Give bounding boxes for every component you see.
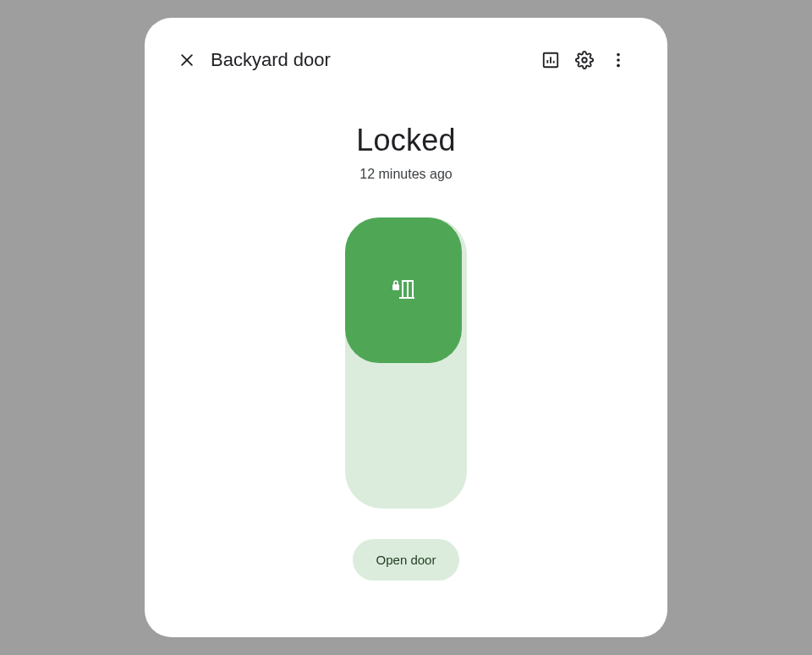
svg-point-6 [582, 58, 587, 63]
header: Backyard door [177, 47, 635, 74]
page-title: Backyard door [211, 49, 331, 71]
close-button[interactable] [177, 50, 197, 70]
svg-point-7 [617, 53, 620, 57]
close-icon [178, 52, 195, 69]
open-door-button[interactable]: Open door [353, 539, 460, 581]
bar-chart-icon [541, 51, 560, 69]
settings-button[interactable] [568, 43, 601, 77]
more-button[interactable] [601, 43, 635, 77]
gear-icon [575, 51, 594, 69]
lock-slider-thumb[interactable] [345, 217, 462, 363]
device-card: Backyard door Locked 12 min [145, 18, 667, 637]
svg-point-9 [617, 64, 620, 68]
svg-point-8 [617, 58, 620, 62]
more-vert-icon [609, 51, 628, 69]
lock-slider[interactable] [345, 217, 467, 509]
locked-door-icon [391, 279, 416, 301]
content: Locked 12 minutes ago Open door [177, 74, 635, 612]
status-state: Locked [356, 123, 455, 158]
stats-button[interactable] [534, 43, 568, 77]
svg-rect-10 [392, 284, 399, 290]
status-time: 12 minutes ago [359, 167, 452, 182]
